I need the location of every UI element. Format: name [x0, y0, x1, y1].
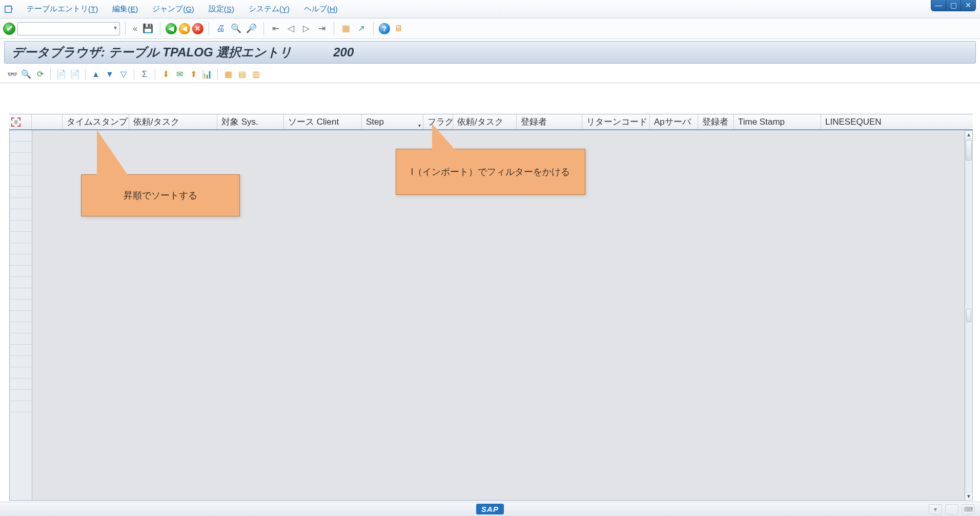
- column-step[interactable]: Step▾: [362, 114, 423, 129]
- row-selector[interactable]: [10, 209, 32, 221]
- select-all-icon[interactable]: ≡: [11, 117, 21, 127]
- row-selector[interactable]: [10, 221, 32, 232]
- separator: [209, 22, 209, 35]
- export-icon[interactable]: 📄: [69, 68, 81, 81]
- export-excel-icon[interactable]: ⬆: [187, 68, 199, 81]
- menu-settings[interactable]: 設定(S): [201, 0, 241, 18]
- svg-rect-1: [7, 5, 11, 6]
- separator: [50, 69, 51, 80]
- column-returncode[interactable]: リターンコード: [582, 114, 650, 129]
- row-selector[interactable]: [10, 356, 32, 367]
- row-selector[interactable]: [10, 254, 32, 266]
- vertical-scrollbar[interactable]: ▲ ▼: [965, 130, 973, 501]
- download-icon[interactable]: ⬇: [159, 68, 172, 81]
- enter-button[interactable]: ✔: [3, 23, 15, 35]
- row-selector[interactable]: [10, 153, 32, 164]
- scroll-up-icon[interactable]: ▲: [965, 131, 972, 139]
- menu-edit[interactable]: 編集(E): [105, 0, 145, 18]
- column-target-sys[interactable]: 対象 Sys.: [217, 114, 284, 129]
- row-selector[interactable]: [10, 288, 32, 300]
- close-button[interactable]: ✕: [961, 0, 976, 11]
- help-button[interactable]: ?: [379, 23, 390, 34]
- row-selector[interactable]: [10, 345, 32, 356]
- refresh-icon[interactable]: ⟳: [34, 68, 46, 81]
- find-button[interactable]: 🔍: [230, 22, 243, 35]
- back-button[interactable]: ◀: [166, 23, 177, 34]
- separator: [373, 22, 374, 35]
- row-selector[interactable]: [10, 164, 32, 175]
- row-selector[interactable]: [10, 198, 32, 209]
- check-icon[interactable]: 👓: [6, 68, 18, 81]
- local-layout-button[interactable]: 🖥: [392, 22, 405, 35]
- annotation-filter-text: I（インポート）でフィルターをかける: [411, 166, 570, 178]
- exit-button[interactable]: ◀: [179, 23, 190, 34]
- maximize-button[interactable]: ▢: [946, 0, 961, 11]
- column-linesequen[interactable]: LINESEQUEN: [821, 114, 893, 129]
- sort-desc-icon[interactable]: ▼: [104, 68, 116, 81]
- menu-table-entry[interactable]: テーブルエントリ(T): [19, 0, 105, 18]
- separator: [334, 22, 334, 35]
- row-selector[interactable]: [10, 142, 32, 153]
- scroll-down-icon[interactable]: ▼: [965, 492, 972, 500]
- next-page-button[interactable]: ▷: [300, 22, 313, 35]
- detail-icon[interactable]: 🔍: [20, 68, 32, 81]
- status-cell[interactable]: ⌨: [962, 504, 975, 514]
- total-icon[interactable]: Σ: [138, 68, 151, 81]
- save-button[interactable]: 💾: [141, 22, 155, 35]
- column-timestamp[interactable]: タイムスタンプ: [63, 114, 129, 129]
- row-selector[interactable]: [10, 401, 32, 412]
- row-selector[interactable]: [10, 300, 32, 311]
- new-session-button[interactable]: ▦: [339, 22, 353, 35]
- graphics-icon[interactable]: 📊: [201, 68, 213, 81]
- row-selector[interactable]: [10, 311, 32, 322]
- status-cell[interactable]: [945, 504, 958, 514]
- context-menu-icon[interactable]: [3, 4, 14, 15]
- row-selector[interactable]: [10, 379, 32, 390]
- status-cell[interactable]: ▾: [929, 504, 942, 514]
- scrollbar-thumb[interactable]: [966, 140, 972, 161]
- row-selector[interactable]: [10, 175, 32, 187]
- history-back-icon[interactable]: «: [131, 24, 139, 33]
- row-selector[interactable]: [10, 266, 32, 277]
- row-selector[interactable]: [10, 187, 32, 198]
- generate-shortcut-button[interactable]: ↗: [355, 22, 368, 35]
- row-selector[interactable]: [10, 390, 32, 401]
- layout-select-icon[interactable]: ▥: [250, 68, 262, 81]
- column-trkorr[interactable]: 依頼/タスク: [129, 114, 217, 129]
- command-field[interactable]: [17, 22, 120, 35]
- grid-header: ≡ タイムスタンプ 依頼/タスク 対象 Sys. ソース Client Step…: [9, 114, 973, 130]
- select-all-column[interactable]: ≡: [9, 114, 32, 129]
- sort-asc-icon[interactable]: ▲: [90, 68, 102, 81]
- row-selector[interactable]: [10, 130, 32, 142]
- create-icon[interactable]: 📄: [55, 68, 67, 81]
- minimize-button[interactable]: —: [931, 0, 946, 11]
- menu-goto[interactable]: ジャンプ(G): [145, 0, 201, 18]
- cancel-button[interactable]: ✕: [192, 23, 203, 34]
- last-page-button[interactable]: ⇥: [315, 22, 329, 35]
- find-next-button[interactable]: 🔎: [245, 22, 258, 35]
- row-selector[interactable]: [10, 243, 32, 254]
- column-apserver[interactable]: Apサーバ: [650, 114, 698, 129]
- row-selector[interactable]: [10, 322, 32, 333]
- layout-change-icon[interactable]: ▤: [236, 68, 248, 81]
- page-title: データブラウザ: テーブル TPALOG 選択エントリ: [12, 44, 292, 61]
- row-selector[interactable]: [10, 232, 32, 243]
- print-button[interactable]: 🖨: [214, 22, 228, 35]
- column-trkorr2[interactable]: 依頼/タスク: [453, 114, 517, 129]
- column-user2[interactable]: 登録者: [698, 114, 734, 129]
- row-selector[interactable]: [10, 333, 32, 345]
- mail-icon[interactable]: ✉: [173, 68, 186, 81]
- menu-system[interactable]: システム(Y): [241, 0, 297, 18]
- menu-help[interactable]: ヘルプ(H): [297, 0, 345, 18]
- column-timestamp2[interactable]: Time Stamp: [734, 114, 821, 129]
- layout-grid-icon[interactable]: ▦: [222, 68, 234, 81]
- row-selector[interactable]: [10, 367, 32, 379]
- column-source-client[interactable]: ソース Client: [284, 114, 362, 129]
- scrollbar-grip[interactable]: [966, 309, 971, 322]
- row-selector[interactable]: [10, 277, 32, 288]
- filter-icon[interactable]: ▽: [117, 68, 130, 81]
- separator: [217, 69, 218, 80]
- first-page-button[interactable]: ⇤: [269, 22, 282, 35]
- column-user[interactable]: 登録者: [517, 114, 582, 129]
- prev-page-button[interactable]: ◁: [284, 22, 298, 35]
